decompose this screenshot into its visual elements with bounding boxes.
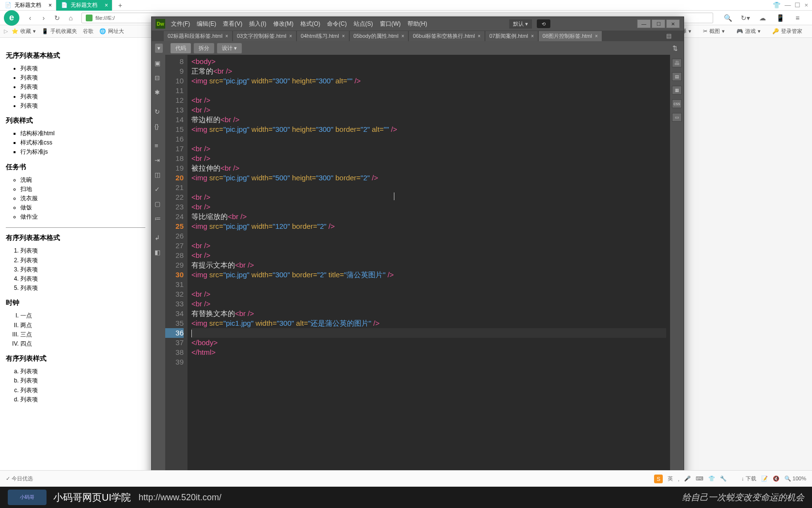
browser-logo-icon[interactable]: e <box>4 10 19 26</box>
menu-icon[interactable]: ≡ <box>792 12 803 24</box>
panel-dom-icon[interactable]: ▭ <box>672 113 682 122</box>
close-icon[interactable]: × <box>401 33 404 39</box>
close-window-icon[interactable]: × <box>804 1 808 9</box>
bookmark-games[interactable]: 🎮游戏▾ <box>736 28 761 35</box>
bookmark-login[interactable]: 🔑登录管家 <box>772 28 802 35</box>
toolbar-arrows-icon[interactable]: ⇅ <box>670 45 681 52</box>
ime-punct-icon[interactable]: , <box>678 476 679 482</box>
back-icon[interactable]: ‹ <box>24 12 36 24</box>
refresh-dropdown-icon[interactable]: ↻▾ <box>739 12 751 24</box>
skin-icon[interactable]: 👕 <box>773 1 781 9</box>
maximize-icon[interactable]: ☐ <box>795 1 800 9</box>
close-icon[interactable]: × <box>225 33 228 39</box>
search-icon[interactable]: 🔍 <box>722 12 734 24</box>
panel-sitemap-icon[interactable]: 品 <box>672 59 682 67</box>
refresh-icon[interactable]: ↻ <box>155 108 162 116</box>
bookmark-google[interactable]: 谷歌 <box>83 28 94 35</box>
file-tab[interactable]: 08图片控制标签.html× <box>539 31 602 41</box>
mobile-icon[interactable]: 📱 <box>774 12 786 24</box>
note-icon[interactable]: 📝 <box>761 476 768 482</box>
bookmark-sites[interactable]: 🌐网址大 <box>99 28 124 35</box>
close-icon[interactable]: × <box>289 33 292 39</box>
menu-item[interactable]: 修改(M) <box>273 20 294 28</box>
code-editor[interactable]: 8910111213141516171819202122232425262728… <box>165 55 670 479</box>
list-item: 一点 <box>20 311 145 320</box>
panel-files-icon[interactable]: ▤ <box>672 72 682 81</box>
bookmark-screenshot[interactable]: ✂截图▾ <box>703 28 725 35</box>
browser-tab-1[interactable]: 📄无标题文档× <box>56 0 112 11</box>
close-icon[interactable]: × <box>478 33 481 39</box>
menu-item[interactable]: 编辑(E) <box>197 20 216 28</box>
sogou-ime-icon[interactable]: S <box>654 475 663 483</box>
comment-icon[interactable]: ◫ <box>155 171 162 179</box>
file-tab[interactable]: 03文字控制标签.html× <box>233 31 296 41</box>
indent-icon[interactable]: ⇥ <box>155 157 162 164</box>
close-icon[interactable]: × <box>531 33 534 39</box>
close-button[interactable]: ✕ <box>666 19 680 28</box>
new-tab-button[interactable]: + <box>112 1 128 9</box>
code-content[interactable]: <body>正常的<br /><img src="pic.jpg" width=… <box>187 55 670 479</box>
format-icon[interactable]: ≔ <box>155 215 162 222</box>
asterisk-icon[interactable]: ✱ <box>155 89 162 96</box>
menu-item[interactable]: 站点(S) <box>354 20 373 28</box>
panel-assets-icon[interactable]: ▦ <box>672 86 682 95</box>
download-icon[interactable]: ↓ 下载 <box>741 475 756 482</box>
zoom-label[interactable]: 🔍 100% <box>784 476 806 482</box>
highlight-icon[interactable]: ◧ <box>155 249 162 256</box>
footer-banner: 小码哥 小码哥网页UI学院 http://www.520it.com/ 给自己一… <box>0 487 812 508</box>
ime-mic-icon[interactable]: 🎤 <box>684 476 691 482</box>
menu-item[interactable]: 插入(I) <box>249 20 266 28</box>
list-icon[interactable]: ≡ <box>155 142 162 150</box>
mobile-icon: 📱 <box>42 28 48 34</box>
layout-dropdown[interactable]: 默认 ▾ <box>509 19 532 29</box>
file-tab[interactable]: 02标题和段落标签.html× <box>164 31 232 41</box>
dropdown-icon[interactable]: ▾ <box>155 43 163 53</box>
minimize-icon[interactable]: — <box>784 1 791 9</box>
ime-lang[interactable]: 英 <box>668 475 673 482</box>
slogan-text: 给自己一次蜕变改变命运的机会 <box>682 492 804 503</box>
menu-item[interactable]: 窗口(W) <box>380 20 401 28</box>
cloud-icon[interactable]: ☁ <box>757 12 768 24</box>
bookmark-toggle-icon[interactable]: ▷ <box>4 28 8 34</box>
tab-overflow-icon[interactable]: ▤ <box>666 32 671 39</box>
file-tab[interactable]: 05body的属性.html× <box>350 31 408 41</box>
bookmark-fav[interactable]: ⭐收藏▾ <box>12 28 36 35</box>
braces-icon[interactable]: {} <box>155 123 162 130</box>
maximize-button[interactable]: ☐ <box>652 19 665 28</box>
forward-icon[interactable]: › <box>38 12 49 24</box>
browser-tab-0[interactable]: 📄无标题文档× <box>0 0 56 11</box>
file-tab[interactable]: 06bui标签和空格换行.html× <box>409 31 484 41</box>
navigator-icon[interactable]: ▣ <box>155 60 162 67</box>
tag-icon[interactable]: ▢ <box>155 200 162 208</box>
menu-item[interactable]: 格式(O) <box>300 20 320 28</box>
panel-css-icon[interactable]: css <box>672 99 682 108</box>
wrap-icon[interactable]: ↲ <box>155 234 162 242</box>
ime-toolbox-icon[interactable]: 🔧 <box>720 476 727 482</box>
design-view-button[interactable]: 设计 ▾ <box>217 43 242 54</box>
mute-icon[interactable]: 🔇 <box>773 476 780 482</box>
split-view-button[interactable]: 拆分 <box>193 43 215 54</box>
close-icon[interactable]: × <box>105 2 108 9</box>
collapse-icon[interactable]: ⊟ <box>155 74 162 82</box>
sync-icon[interactable]: ⟲ <box>537 19 550 28</box>
code-view-button[interactable]: 代码 <box>170 43 191 54</box>
close-icon[interactable]: × <box>342 33 345 39</box>
menu-item[interactable]: 查看(V) <box>223 20 242 28</box>
list-item: 做作业 <box>20 212 145 222</box>
ime-keyboard-icon[interactable]: ⌨ <box>696 476 703 482</box>
file-tab[interactable]: 07新闻案例.html× <box>485 31 538 41</box>
file-tab[interactable]: 04html练习.html× <box>297 31 349 41</box>
ime-skin-icon[interactable]: 👕 <box>708 476 715 482</box>
minimize-button[interactable]: — <box>637 19 651 28</box>
status-left: ✓ 今日优选 <box>6 475 33 482</box>
close-icon[interactable]: × <box>48 2 52 9</box>
close-icon[interactable]: × <box>595 33 598 39</box>
home-icon[interactable]: ⌂ <box>65 12 77 24</box>
bookmark-mobile[interactable]: 📱手机收藏夹 <box>42 28 77 35</box>
validate-icon[interactable]: ✓ <box>155 186 162 193</box>
menu-item[interactable]: 帮助(H) <box>407 20 427 28</box>
menu-item[interactable]: 命令(C) <box>327 20 347 28</box>
globe-icon: 🌐 <box>99 28 106 34</box>
reload-icon[interactable]: ↻ <box>51 12 63 24</box>
menu-item[interactable]: 文件(F) <box>171 20 190 28</box>
